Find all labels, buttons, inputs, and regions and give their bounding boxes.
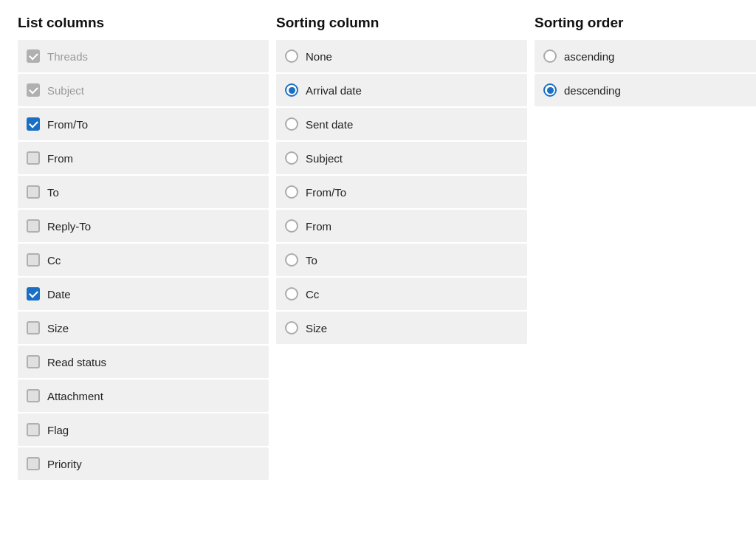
sorting-order-list: ascending descending [535, 40, 756, 106]
sort-col-from-to[interactable]: From/To [276, 176, 527, 208]
radio-from[interactable] [285, 219, 298, 233]
checkbox-from[interactable] [27, 151, 40, 165]
label-sent-date: Sent date [306, 118, 353, 131]
sorting-order-title: Sorting order [535, 15, 756, 31]
label-from: From [306, 220, 331, 233]
checkbox-to[interactable] [27, 185, 40, 199]
sort-order-ascending[interactable]: ascending [535, 40, 756, 72]
label-size: Size [47, 322, 69, 334]
list-col-read-status[interactable]: Read status [18, 346, 269, 378]
checkbox-flag[interactable] [27, 423, 40, 436]
list-col-attachment[interactable]: Attachment [18, 380, 269, 412]
label-to: To [47, 186, 59, 199]
sort-col-from[interactable]: From [276, 210, 527, 242]
label-from-to: From/To [47, 118, 88, 131]
list-col-priority[interactable]: Priority [18, 447, 269, 480]
checkbox-from-to[interactable] [27, 117, 40, 131]
sort-col-to[interactable]: To [276, 244, 527, 276]
sort-col-none[interactable]: None [276, 40, 527, 72]
list-col-reply-to[interactable]: Reply-To [18, 210, 269, 242]
label-size: Size [306, 322, 327, 334]
checkbox-size[interactable] [27, 321, 40, 334]
label-flag: Flag [47, 424, 69, 436]
label-from-to: From/To [306, 186, 346, 199]
label-date: Date [47, 288, 71, 301]
list-col-threads[interactable]: Threads [18, 40, 269, 72]
label-none: None [306, 50, 332, 63]
list-columns-list: Threads Subject From/To From To Reply-To… [18, 40, 269, 480]
radio-to[interactable] [285, 253, 298, 267]
label-ascending: ascending [564, 50, 614, 63]
label-subject: Subject [306, 152, 343, 165]
label-cc: Cc [306, 288, 319, 301]
checkbox-priority[interactable] [27, 457, 40, 470]
radio-cc[interactable] [285, 287, 298, 301]
settings-panel: List columns Threads Subject From/To Fro… [18, 15, 738, 481]
list-col-date[interactable]: Date [18, 278, 269, 310]
label-from: From [47, 152, 73, 165]
radio-subject[interactable] [285, 151, 298, 165]
list-col-from[interactable]: From [18, 142, 269, 174]
sort-col-cc[interactable]: Cc [276, 278, 527, 310]
checkbox-date[interactable] [27, 287, 40, 301]
label-descending: descending [564, 84, 621, 97]
label-cc: Cc [47, 254, 61, 267]
checkbox-cc[interactable] [27, 253, 40, 267]
radio-none[interactable] [285, 49, 298, 63]
list-col-cc[interactable]: Cc [18, 244, 269, 276]
label-priority: Priority [47, 458, 82, 470]
label-attachment: Attachment [47, 390, 103, 402]
label-to: To [306, 254, 317, 267]
sorting-column-section: Sorting column None Arrival date Sent da… [276, 15, 527, 346]
sort-order-descending[interactable]: descending [535, 74, 756, 106]
label-threads: Threads [47, 50, 88, 63]
list-columns-title: List columns [18, 15, 269, 31]
list-col-from-to[interactable]: From/To [18, 108, 269, 140]
checkbox-read-status[interactable] [27, 355, 40, 368]
label-reply-to: Reply-To [47, 220, 91, 233]
list-col-subject[interactable]: Subject [18, 74, 269, 106]
radio-ascending[interactable] [543, 49, 557, 63]
radio-arrival-date[interactable] [285, 83, 298, 97]
list-columns-section: List columns Threads Subject From/To Fro… [18, 15, 269, 481]
sort-col-subject[interactable]: Subject [276, 142, 527, 174]
radio-sent-date[interactable] [285, 117, 298, 131]
list-col-flag[interactable]: Flag [18, 413, 269, 446]
sorting-column-title: Sorting column [276, 15, 527, 31]
label-arrival-date: Arrival date [306, 84, 362, 97]
list-col-size[interactable]: Size [18, 312, 269, 344]
sort-col-arrival-date[interactable]: Arrival date [276, 74, 527, 106]
checkbox-reply-to[interactable] [27, 219, 40, 233]
list-col-to[interactable]: To [18, 176, 269, 208]
sort-col-size[interactable]: Size [276, 312, 527, 344]
checkbox-attachment[interactable] [27, 389, 40, 402]
checkbox-subject[interactable] [27, 83, 40, 97]
sorting-order-section: Sorting order ascending descending [535, 15, 756, 108]
radio-from-to[interactable] [285, 185, 298, 199]
radio-descending[interactable] [543, 83, 557, 97]
label-read-status: Read status [47, 356, 106, 368]
radio-size[interactable] [285, 321, 298, 334]
label-subject: Subject [47, 84, 84, 97]
checkbox-threads[interactable] [27, 49, 40, 63]
sort-col-sent-date[interactable]: Sent date [276, 108, 527, 140]
sorting-column-list: None Arrival date Sent date Subject From… [276, 40, 527, 344]
